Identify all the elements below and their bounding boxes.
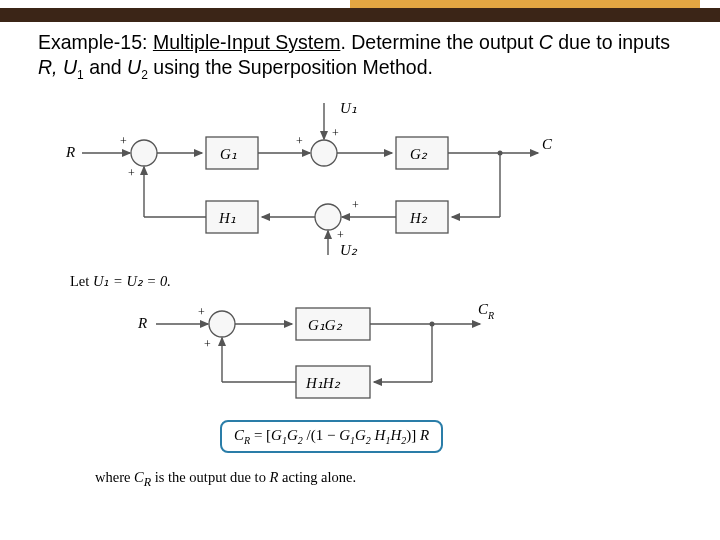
d1-C: C [542,136,553,152]
bottom-note: where CR is the output due to R acting a… [95,469,720,490]
svg-point-1 [131,140,157,166]
slide-top-bar [0,0,720,22]
heading-U2: U [127,56,141,78]
d1-H2: H₂ [409,210,428,226]
example-label: Example-15: [38,31,147,53]
d1-plus1b: + [128,166,135,180]
where-rest: is the output due to [151,469,269,485]
heading-R: R [38,56,52,78]
d1-plus3: + [352,198,359,212]
closed-loop-equation: CR = [G1G2 /(1 − G1G2 H1H2)] R [0,420,720,453]
d2-G1G2: G₁G₂ [308,317,343,333]
d2-R: R [137,315,147,331]
d2-CR: CR [478,301,494,321]
heading-sub2: 2 [141,68,148,82]
d1-plus2b: + [332,126,339,140]
let-line: Let U₁ = U₂ = 0. [70,273,720,290]
d1-plus3b: + [337,228,344,242]
let-word: Let [70,273,93,289]
block-diagram-1: R + + G₁ + + U₁ G₂ C H₂ + + U₂ H₁ [60,99,620,259]
heading-text: Example-15: Multiple-Input System. Deter… [0,22,720,97]
d1-plus1: + [120,134,127,148]
where-word: where [95,469,134,485]
d1-U1: U₁ [340,100,357,116]
heading-r1: . Determine the output [340,31,538,53]
d1-U2: U₂ [340,242,358,258]
where-tail: acting alone. [278,469,356,485]
heading-comma: , [52,56,63,78]
diagram-area: R + + G₁ + + U₁ G₂ C H₂ + + U₂ H₁ [60,99,640,263]
d1-plus2: + [296,134,303,148]
heading-sub1: 1 [77,68,84,82]
brown-band [0,8,720,22]
heading-and: and [84,56,127,78]
heading-r2: due to inputs [553,31,670,53]
heading-r3: using the Superposition Method. [148,56,433,78]
heading-C: C [539,31,553,53]
d1-G1: G₁ [220,146,237,162]
heading-U1: U [63,56,77,78]
block-diagram-2: R + + G₁G₂ CR H₁H₂ [60,296,620,416]
d2-plusB: + [204,337,211,351]
svg-point-22 [209,311,235,337]
svg-point-15 [315,204,341,230]
diagram-area-2: R + + G₁G₂ CR H₁H₂ [60,296,640,420]
let-eq: U₁ = U₂ = 0. [93,273,171,289]
svg-point-5 [311,140,337,166]
d2-H1H2: H₁H₂ [305,375,341,391]
d2-plusA: + [198,305,205,319]
d1-R-label: R [65,144,75,160]
where-CR: CR [134,469,151,485]
d1-H1: H₁ [218,210,236,226]
d1-G2: G₂ [410,146,428,162]
equation-box: CR = [G1G2 /(1 − G1G2 H1H2)] R [220,420,443,453]
heading-underlined: Multiple-Input System [153,31,341,53]
